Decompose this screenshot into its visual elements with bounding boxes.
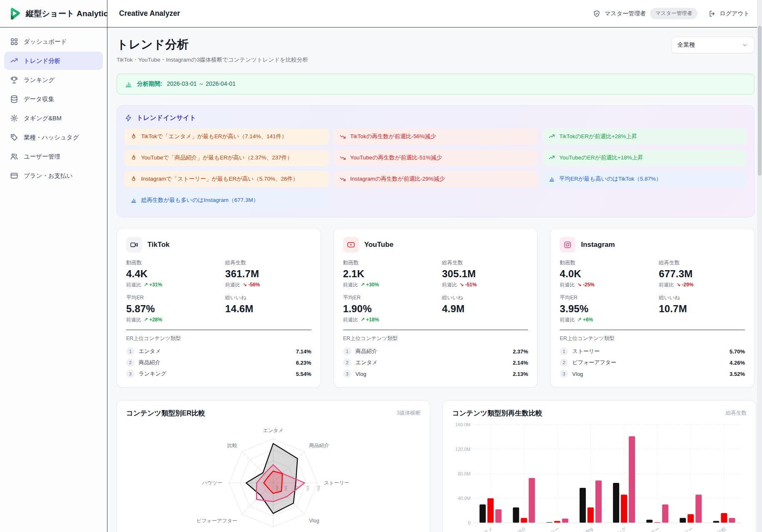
content-type-name: Vlog bbox=[572, 371, 725, 377]
svg-text:80.0M: 80.0M bbox=[458, 471, 471, 476]
logout-button[interactable]: ログアウト bbox=[708, 10, 750, 17]
stat-label: 平均ER bbox=[560, 294, 659, 301]
sidebar-item-3[interactable]: データ収集 bbox=[4, 90, 103, 108]
sidebar-item-2[interactable]: ランキング bbox=[4, 71, 103, 89]
insight-text: 総再生数が最も多いのはInstagram（677.3M） bbox=[141, 197, 259, 204]
stat-label: 平均ER bbox=[343, 294, 442, 301]
sidebar-item-label: プラン・お支払い bbox=[24, 172, 73, 180]
page-scrollbar bbox=[757, 0, 762, 532]
sidebar-item-5[interactable]: 業種・ハッシュタグ bbox=[4, 128, 103, 147]
stat-label: 総いいね bbox=[225, 294, 311, 301]
platform-card-instagram: Instagram動画数4.0K前週比 ↘ -25%総再生数677.3M前週比 … bbox=[550, 228, 755, 388]
insight-text: YouTubeのERが前週比+18%上昇 bbox=[559, 154, 643, 162]
trend-down-icon bbox=[339, 176, 346, 182]
svg-text:120.0M: 120.0M bbox=[455, 447, 471, 452]
svg-text:Vlog: Vlog bbox=[583, 526, 593, 532]
content-type-er: 6.23% bbox=[296, 360, 311, 366]
stat: 総再生数361.7M前週比 ↘ -56% bbox=[225, 259, 311, 288]
er-radar-card: コンテンツ類型別ER比較 3媒体横断 0%2%4%6%8%エンタメ商品紹介ストー… bbox=[117, 400, 430, 532]
stat: 動画数4.4K前週比 ↗ +31% bbox=[126, 259, 225, 288]
charts-row: コンテンツ類型別ER比較 3媒体横断 0%2%4%6%8%エンタメ商品紹介ストー… bbox=[117, 400, 755, 532]
stat-value: 4.4K bbox=[126, 268, 225, 280]
er-top-row: 3Vlog3.52% bbox=[560, 368, 745, 380]
insight-item: YouTubeの再生数が前週比-51%減少 bbox=[334, 150, 538, 166]
trend-insights-panel: トレンドインサイト TikTokで「エンタメ」が最もERが高い（7.14%、14… bbox=[117, 105, 755, 217]
instagram-icon bbox=[560, 237, 575, 253]
insights-title: トレンドインサイト bbox=[137, 114, 196, 122]
stat-value: 4.9M bbox=[442, 303, 528, 315]
dashboard-icon bbox=[10, 37, 18, 46]
card-icon bbox=[10, 172, 18, 180]
chart-icon bbox=[130, 197, 137, 204]
brand-name: 縦型ショート Analytics bbox=[26, 8, 112, 19]
rank-badge: 2 bbox=[343, 358, 351, 367]
chevron-down-icon bbox=[742, 42, 748, 48]
content-type-er: 2.14% bbox=[513, 360, 528, 366]
sidebar-item-label: ユーザー管理 bbox=[24, 153, 60, 161]
content-type-name: 商品紹介 bbox=[356, 348, 509, 355]
stat-label: 総いいね bbox=[442, 294, 528, 301]
stat-label: 動画数 bbox=[560, 259, 659, 266]
rank-badge: 2 bbox=[560, 358, 568, 367]
stat-value: 14.6M bbox=[225, 303, 311, 315]
sidebar-item-1[interactable]: トレンド分析 bbox=[4, 52, 103, 70]
insight-item: TikTokのERが前週比+28%上昇 bbox=[543, 129, 747, 145]
insight-text: TikTokの再生数が前週比-56%減少 bbox=[350, 133, 436, 140]
stat: 平均ER3.95%前週比 ↗ +6% bbox=[560, 294, 659, 323]
sidebar-item-4[interactable]: タギング&BM bbox=[4, 109, 103, 127]
flame-icon bbox=[130, 176, 137, 182]
er-top-row: 2エンタメ2.14% bbox=[343, 357, 528, 368]
scrollbar-thumb[interactable] bbox=[758, 26, 762, 176]
stat: 総再生数677.3M前週比 ↘ -29% bbox=[659, 259, 745, 288]
main-area: Creative Analyzer マスター管理者 マスター管理者 ログアウト … bbox=[107, 0, 762, 532]
stat-label: 総再生数 bbox=[659, 259, 745, 266]
stat-delta: 前週比 ↗ +31% bbox=[126, 282, 225, 288]
database-icon bbox=[10, 95, 18, 103]
industry-filter-select[interactable]: 全業種 bbox=[671, 37, 755, 53]
user-role: マスター管理者 マスター管理者 bbox=[593, 8, 697, 19]
insight-grid: TikTokで「エンタメ」が最もERが高い（7.14%、141件）TikTokの… bbox=[125, 129, 747, 209]
er-top-label: ER上位コンテンツ類型 bbox=[560, 335, 745, 342]
er-top-row: 1商品紹介2.37% bbox=[343, 346, 528, 357]
page-subtitle: TikTok・YouTube・Instagramの3媒体横断でコンテンツトレンド… bbox=[117, 56, 308, 64]
app-title: Creative Analyzer bbox=[119, 9, 180, 18]
insight-item: TikTokで「エンタメ」が最もERが高い（7.14%、141件） bbox=[125, 129, 329, 145]
content-type-name: ストーリー bbox=[572, 348, 725, 355]
sidebar-item-7[interactable]: プラン・お支払い bbox=[4, 167, 103, 185]
svg-text:ハウツー: ハウツー bbox=[675, 526, 694, 532]
insight-item: 平均ERが最も高いのはTikTok（5.87%） bbox=[543, 171, 747, 187]
svg-text:商品紹介: 商品紹介 bbox=[309, 442, 329, 448]
stat-label: 動画数 bbox=[126, 259, 225, 266]
rank-badge: 2 bbox=[126, 358, 134, 367]
sidebar-item-0[interactable]: ダッシュボード bbox=[4, 32, 103, 51]
content-type-er: 7.14% bbox=[296, 348, 311, 355]
stat: 総いいね14.6M bbox=[225, 294, 311, 323]
period-range: 2026-03-01 ～ 2026-04-01 bbox=[167, 80, 236, 88]
sidebar-item-label: トレンド分析 bbox=[24, 57, 60, 65]
stat-value: 677.3M bbox=[659, 268, 745, 280]
svg-text:0: 0 bbox=[468, 520, 471, 525]
content-type-er: 5.70% bbox=[730, 348, 745, 355]
stat-delta: 前週比 ↗ +28% bbox=[126, 317, 225, 323]
stat: 平均ER1.90%前週比 ↗ +18% bbox=[343, 294, 442, 323]
platform-cards: TikTok動画数4.4K前週比 ↗ +31%総再生数361.7M前週比 ↘ -… bbox=[117, 228, 755, 388]
stat-delta: 前週比 ↘ -51% bbox=[442, 282, 528, 288]
sidebar-item-label: タギング&BM bbox=[24, 114, 62, 122]
trend-up-icon bbox=[548, 154, 555, 161]
content-type-name: エンタメ bbox=[356, 359, 509, 366]
svg-text:ハウツー: ハウツー bbox=[202, 480, 222, 486]
svg-text:エンタメ: エンタメ bbox=[475, 526, 494, 532]
sidebar-item-label: ダッシュボード bbox=[24, 38, 67, 46]
sidebar: 縦型ショート Analytics ダッシュボードトレンド分析ランキングデータ収集… bbox=[0, 0, 107, 532]
stat-delta: 前週比 ↘ -25% bbox=[560, 282, 659, 288]
stat: 動画数4.0K前週比 ↘ -25% bbox=[560, 259, 659, 288]
brand-play-icon bbox=[7, 7, 22, 21]
er-top-label: ER上位コンテンツ類型 bbox=[343, 335, 528, 342]
stat-value: 5.87% bbox=[126, 303, 225, 315]
sidebar-item-6[interactable]: ユーザー管理 bbox=[4, 147, 103, 166]
stat-delta: 前週比 ↗ +30% bbox=[343, 282, 442, 288]
role-label: マスター管理者 bbox=[605, 10, 646, 17]
svg-text:Vlog: Vlog bbox=[309, 518, 319, 524]
stat: 総再生数305.1M前週比 ↘ -51% bbox=[442, 259, 528, 288]
platform-name: YouTube bbox=[364, 241, 393, 249]
